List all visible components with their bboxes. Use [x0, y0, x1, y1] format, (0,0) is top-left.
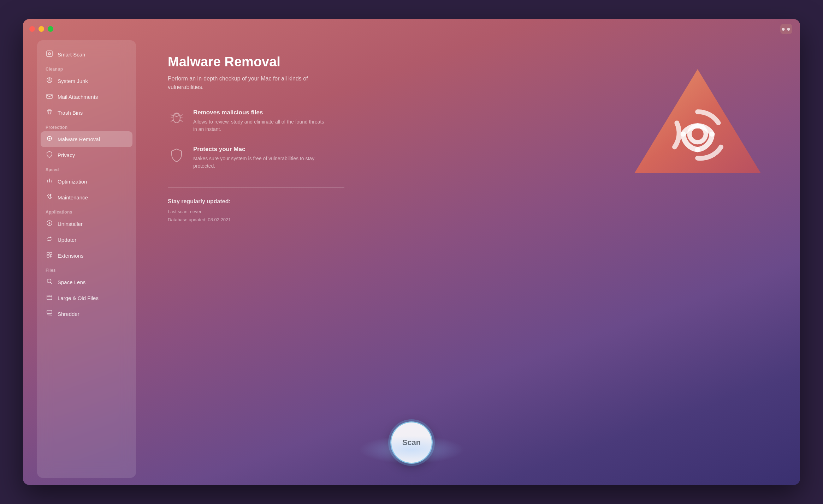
sidebar-label-large-old-files: Large & Old Files: [58, 295, 99, 301]
sidebar-item-extensions[interactable]: Extensions: [41, 248, 132, 264]
maximize-button[interactable]: [48, 26, 53, 32]
feature-protects-title: Protects your Mac: [193, 146, 327, 153]
shield-icon: [168, 146, 185, 163]
traffic-lights: [29, 26, 53, 32]
svg-rect-11: [47, 252, 49, 254]
page-subtitle: Perform an in-depth checkup of your Mac …: [168, 74, 337, 91]
privacy-icon: [46, 151, 53, 160]
svg-rect-4: [47, 94, 52, 98]
scan-button-container: Scan: [390, 421, 433, 464]
sidebar-item-space-lens[interactable]: Space Lens: [41, 274, 132, 290]
feature-malicious-files-text: Removes malicious files Allows to review…: [193, 109, 327, 133]
biohazard-illustration: [623, 54, 772, 203]
sidebar-label-extensions: Extensions: [58, 253, 83, 259]
sidebar-label-system-junk: System Junk: [58, 78, 88, 84]
svg-point-20: [173, 113, 180, 123]
sidebar-item-malware-removal[interactable]: Malware Removal: [41, 131, 132, 147]
svg-line-25: [171, 120, 173, 121]
malware-icon: [46, 135, 53, 144]
db-updated-text: Database updated: 08.02.2021: [168, 216, 775, 224]
feature-protects-desc: Makes sure your system is free of vulner…: [193, 155, 327, 170]
sidebar-item-trash-bins[interactable]: Trash Bins: [41, 105, 132, 121]
space-lens-icon: [46, 278, 53, 287]
title-bar: [23, 19, 800, 38]
sidebar-label-updater: Updater: [58, 237, 76, 243]
sidebar-section-protection: Protection: [41, 121, 132, 131]
top-right-icon[interactable]: [780, 24, 792, 34]
sidebar-item-updater[interactable]: Updater: [41, 232, 132, 248]
sidebar: Smart Scan Cleanup System Junk Mail A: [37, 40, 136, 478]
sidebar-label-malware-removal: Malware Removal: [58, 136, 100, 142]
svg-point-3: [49, 78, 50, 80]
shredder-icon: [46, 310, 53, 318]
sidebar-item-system-junk[interactable]: System Junk: [41, 73, 132, 89]
close-button[interactable]: [29, 26, 35, 32]
svg-line-26: [180, 120, 182, 121]
sidebar-item-uninstaller[interactable]: Uninstaller: [41, 216, 132, 232]
extensions-icon: [46, 251, 53, 260]
maintenance-icon: [46, 193, 53, 202]
smart-scan-icon: [46, 50, 53, 59]
bug-icon: [168, 109, 185, 127]
sidebar-label-uninstaller: Uninstaller: [58, 221, 83, 227]
svg-line-22: [180, 115, 182, 116]
svg-point-1: [48, 53, 51, 55]
sidebar-label-space-lens: Space Lens: [58, 279, 85, 285]
feature-protects-mac-text: Protects your Mac Makes sure your system…: [193, 146, 327, 170]
last-scan-text: Last scan: never: [168, 208, 775, 216]
sidebar-section-speed: Speed: [41, 163, 132, 174]
mail-icon: [46, 92, 53, 101]
svg-line-15: [51, 282, 52, 284]
sidebar-section-files: Files: [41, 264, 132, 274]
minimize-button[interactable]: [39, 26, 44, 32]
app-window: Smart Scan Cleanup System Junk Mail A: [23, 19, 800, 485]
svg-point-27: [175, 114, 178, 116]
optimization-icon: [46, 177, 53, 186]
sidebar-item-shredder[interactable]: Shredder: [41, 306, 132, 322]
sidebar-item-maintenance[interactable]: Maintenance: [41, 190, 132, 205]
large-files-icon: [46, 294, 53, 302]
sidebar-label-mail-attachments: Mail Attachments: [58, 94, 98, 100]
sidebar-label-smart-scan: Smart Scan: [58, 52, 85, 58]
svg-point-18: [49, 295, 49, 296]
feature-malicious-desc: Allows to review, study and eliminate al…: [193, 118, 327, 133]
sidebar-label-maintenance: Maintenance: [58, 194, 88, 200]
svg-point-6: [49, 138, 50, 139]
sidebar-item-smart-scan[interactable]: Smart Scan: [41, 47, 132, 62]
svg-point-17: [48, 295, 48, 296]
scan-glow: [359, 436, 464, 464]
system-junk-icon: [46, 77, 53, 85]
updater-icon: [46, 235, 53, 244]
content-divider: [168, 187, 344, 188]
sidebar-label-privacy: Privacy: [58, 152, 75, 158]
sidebar-item-privacy[interactable]: Privacy: [41, 147, 132, 163]
sidebar-item-mail-attachments[interactable]: Mail Attachments: [41, 89, 132, 105]
svg-line-21: [171, 115, 173, 116]
sidebar-label-optimization: Optimization: [58, 179, 87, 185]
svg-rect-0: [47, 51, 52, 56]
sidebar-label-shredder: Shredder: [58, 311, 79, 317]
feature-malicious-title: Removes malicious files: [193, 109, 327, 116]
svg-rect-12: [50, 252, 52, 254]
sidebar-section-applications: Applications: [41, 205, 132, 216]
sidebar-item-large-old-files[interactable]: Large & Old Files: [41, 290, 132, 306]
sidebar-item-optimization[interactable]: Optimization: [41, 174, 132, 190]
svg-rect-19: [47, 310, 52, 313]
sidebar-section-cleanup: Cleanup: [41, 62, 132, 73]
trash-icon: [46, 108, 53, 117]
sidebar-label-trash-bins: Trash Bins: [58, 110, 83, 116]
uninstaller-icon: [46, 220, 53, 228]
svg-rect-13: [47, 255, 49, 257]
